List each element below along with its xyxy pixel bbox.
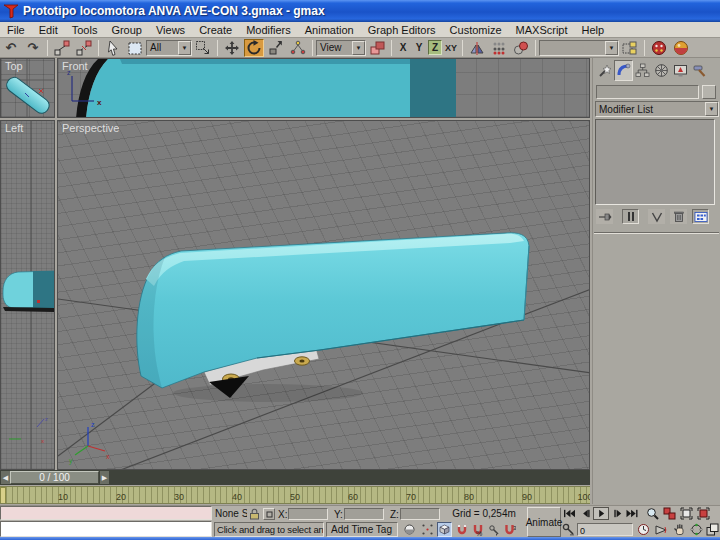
menu-tools[interactable]: Tools	[65, 23, 105, 37]
show-end-result-button[interactable]	[622, 209, 639, 224]
viewport-top[interactable]: Top	[0, 58, 55, 118]
y-coordinate-input[interactable]	[345, 511, 383, 521]
track-bar-frame-marker[interactable]	[0, 487, 6, 504]
x-coordinate-field[interactable]	[288, 508, 328, 520]
go-to-start-button[interactable]	[563, 507, 576, 520]
menu-help[interactable]: Help	[575, 23, 612, 37]
chevron-down-icon[interactable]: ▼	[605, 41, 618, 55]
title-bar[interactable]: Prototipo locomotora ANVA AVE-CON 3.gmax…	[0, 0, 720, 22]
mirror-icon[interactable]	[467, 39, 487, 57]
viewport-top-label[interactable]: Top	[5, 60, 23, 72]
window-crossing-icon[interactable]	[193, 39, 213, 57]
zoom-button[interactable]	[645, 507, 660, 520]
render-scene-icon[interactable]	[671, 39, 691, 57]
zoom-all-button[interactable]	[662, 507, 677, 520]
xy-plane-constraint-button[interactable]: XY	[444, 40, 458, 55]
make-unique-button[interactable]	[648, 209, 665, 224]
z-coordinate-field[interactable]	[400, 508, 440, 520]
angle-snap-icon[interactable]	[454, 523, 469, 536]
viewport-left-label[interactable]: Left	[5, 122, 23, 134]
align-icon[interactable]	[511, 39, 531, 57]
snap-3d-toggle-icon[interactable]	[437, 522, 452, 537]
current-frame-input[interactable]	[578, 526, 632, 537]
selection-lock-icon[interactable]	[249, 508, 260, 520]
track-bar[interactable]: 10 20 30 40 50 60 70 80 90 100	[0, 486, 590, 504]
menu-customize[interactable]: Customize	[443, 23, 509, 37]
time-slider-handle[interactable]: 0 / 100	[10, 471, 99, 484]
menu-graph-editors[interactable]: Graph Editors	[361, 23, 443, 37]
select-and-rotate-icon[interactable]	[244, 39, 264, 57]
chevron-down-icon[interactable]: ▼	[178, 41, 191, 55]
add-time-tag[interactable]: Add Time Tag	[326, 522, 398, 537]
menu-group[interactable]: Group	[104, 23, 149, 37]
chevron-down-icon[interactable]: ▼	[352, 41, 365, 55]
named-selection-dropdown[interactable]: ▼	[539, 40, 619, 56]
zoom-extents-all-button[interactable]	[696, 507, 711, 520]
viewport-front[interactable]: Front zx	[57, 58, 590, 118]
select-object-icon[interactable]	[103, 39, 123, 57]
z-coordinate-input[interactable]	[401, 511, 439, 521]
material-editor-icon[interactable]	[649, 39, 669, 57]
reference-coordinate-dropdown[interactable]: View ▼	[316, 40, 366, 56]
spinner-snap-icon[interactable]	[486, 523, 501, 536]
viewport-front-label[interactable]: Front	[62, 60, 88, 72]
redo-icon[interactable]: ↷	[23, 39, 43, 57]
animate-button[interactable]: Animate	[527, 507, 561, 537]
undo-icon[interactable]: ↶	[1, 39, 21, 57]
select-and-manipulate-icon[interactable]	[288, 39, 308, 57]
tab-display[interactable]	[671, 60, 690, 81]
viewport-left[interactable]: Left zx	[0, 120, 55, 470]
menu-views[interactable]: Views	[149, 23, 192, 37]
time-slider-right-arrow[interactable]: ▶	[100, 471, 109, 484]
play-button[interactable]	[593, 507, 609, 520]
select-and-link-icon[interactable]	[52, 39, 72, 57]
go-to-end-button[interactable]	[625, 507, 639, 520]
y-coordinate-field[interactable]	[344, 508, 384, 520]
pin-stack-button[interactable]	[596, 209, 613, 224]
time-configuration-icon[interactable]	[636, 523, 651, 536]
viewport-perspective-label[interactable]: Perspective	[62, 122, 119, 134]
field-of-view-icon[interactable]	[653, 523, 669, 536]
menu-edit[interactable]: Edit	[32, 23, 65, 37]
percent-snap-icon[interactable]: %	[470, 523, 485, 536]
snaps-toggle-icon[interactable]: 3	[502, 523, 517, 536]
zoom-extents-button[interactable]	[679, 507, 694, 520]
tab-hierarchy[interactable]	[633, 60, 652, 81]
use-pivot-center-icon[interactable]	[367, 39, 387, 57]
array-icon[interactable]	[489, 39, 509, 57]
maxscript-macro-recorder[interactable]	[0, 506, 212, 520]
time-slider-left-arrow[interactable]: ◀	[1, 471, 10, 484]
select-and-scale-icon[interactable]	[266, 39, 286, 57]
maxscript-mini-listener[interactable]	[0, 521, 212, 537]
menu-file[interactable]: File	[0, 23, 32, 37]
z-constraint-button[interactable]: Z	[428, 40, 442, 55]
arc-rotate-icon[interactable]	[689, 523, 704, 536]
object-color-swatch[interactable]	[702, 85, 716, 99]
next-frame-button[interactable]	[611, 507, 624, 520]
selection-brackets-icon[interactable]	[420, 523, 435, 536]
selection-filter-dropdown[interactable]: All ▼	[146, 40, 192, 56]
menu-maxscript[interactable]: MAXScript	[509, 23, 575, 37]
object-name-field[interactable]	[596, 85, 699, 99]
chevron-down-icon[interactable]: ▼	[705, 102, 718, 116]
degradation-override-icon[interactable]	[402, 523, 417, 536]
select-and-move-icon[interactable]	[222, 39, 242, 57]
tab-motion[interactable]	[652, 60, 671, 81]
tab-create[interactable]	[595, 60, 614, 81]
remove-modifier-button[interactable]	[670, 209, 687, 224]
tab-modify[interactable]	[614, 60, 633, 81]
set-key-icon[interactable]	[562, 523, 575, 536]
menu-animation[interactable]: Animation	[298, 23, 361, 37]
modifier-list-dropdown[interactable]: Modifier List ▼	[595, 101, 719, 117]
unlink-selection-icon[interactable]	[74, 39, 94, 57]
modifier-stack-list[interactable]	[595, 119, 715, 205]
tab-utilities[interactable]	[690, 60, 709, 81]
absolute-offset-toggle[interactable]	[263, 508, 275, 520]
menu-create[interactable]: Create	[192, 23, 239, 37]
track-view-icon[interactable]	[620, 39, 640, 57]
pan-hand-icon[interactable]	[671, 523, 687, 536]
object-name-input[interactable]	[597, 87, 698, 99]
configure-modifier-sets-button[interactable]	[692, 209, 709, 224]
current-frame-field[interactable]	[577, 523, 633, 536]
x-coordinate-input[interactable]	[289, 511, 327, 521]
